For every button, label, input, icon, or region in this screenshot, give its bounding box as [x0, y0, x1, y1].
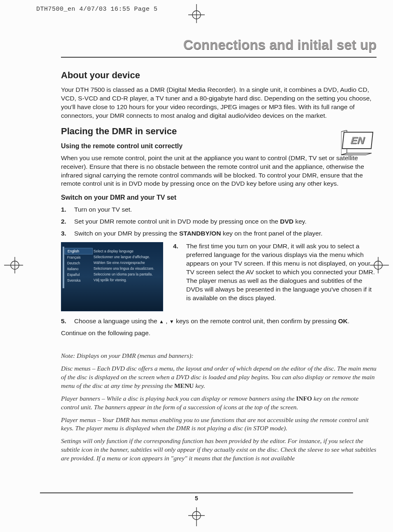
- sub-switch-heading: Switch on your DMR and your TV set: [61, 194, 377, 201]
- placing-heading: Placing the DMR in service: [61, 126, 377, 137]
- registration-mark-top: [188, 4, 205, 25]
- notes-block: Note: Displays on your DMR (menus and ba…: [61, 352, 377, 463]
- lang-opt-selected: English: [65, 248, 93, 254]
- note-player-menus: Player menus – Your DMR has menus enabli…: [61, 416, 377, 433]
- lang-opt: Deutsch: [65, 260, 93, 266]
- continue-text: Continue on the following page.: [61, 329, 377, 338]
- arrow-down-icon: ▼: [169, 318, 174, 325]
- lang-desc: Wählen Sie eine Anzeigesprache: [93, 260, 159, 266]
- lang-desc: Sélectionner une langue d'affichage.: [93, 254, 159, 260]
- arrow-up-icon: ▲: [159, 318, 164, 325]
- sub-remote-heading: Using the remote control unit correctly: [61, 142, 377, 150]
- lang-opt: Svenska: [65, 278, 93, 283]
- lang-opt: Italiano: [65, 266, 93, 272]
- registration-mark-bottom: [188, 507, 205, 528]
- crop-header: DTH7500_en 4/07/03 16:55 Page 5: [36, 6, 158, 13]
- lang-opt: Español: [65, 272, 93, 278]
- about-body: Your DTH 7500 is classed as a DMR (Digit…: [61, 86, 377, 120]
- page-number: 5: [40, 492, 353, 502]
- note-heading: Note: Displays on your DMR (menus and ba…: [61, 352, 377, 360]
- note-player-banners: Player banners – While a disc is playing…: [61, 394, 377, 412]
- step-3: 3.Switch on your DMR by pressing the STA…: [61, 229, 377, 238]
- step-2: 2.Set your DMR remote control unit in DV…: [61, 217, 377, 226]
- step-4: 4.The first time you turn on your DMR, i…: [173, 242, 377, 302]
- step-5: 5.Choose a language using the ▲ , ▼ keys…: [61, 317, 377, 326]
- registration-mark-left: [4, 257, 23, 275]
- lang-desc: Select a display language: [93, 248, 159, 254]
- note-disc-menus: Disc menus – Each DVD disc offers a menu…: [61, 364, 377, 390]
- language-menu-screenshot: English Français Deutsch Italiano Españo…: [61, 242, 163, 311]
- sub-remote-body: When you use remote control, point the u…: [61, 154, 377, 189]
- lang-desc: Selezionare una lingua da visualizzare.: [93, 266, 159, 271]
- lang-desc: Välj språk för visning.: [93, 277, 159, 283]
- about-heading: About your device: [61, 70, 377, 81]
- page-title: Connections and initial set up: [61, 37, 377, 58]
- lang-desc: Seleccione un idioma para la pantalla.: [93, 271, 159, 277]
- lang-opt: Français: [65, 254, 93, 260]
- note-settings: Settings will only function if the corre…: [61, 437, 377, 463]
- step-1: 1.Turn on your TV set.: [61, 205, 377, 214]
